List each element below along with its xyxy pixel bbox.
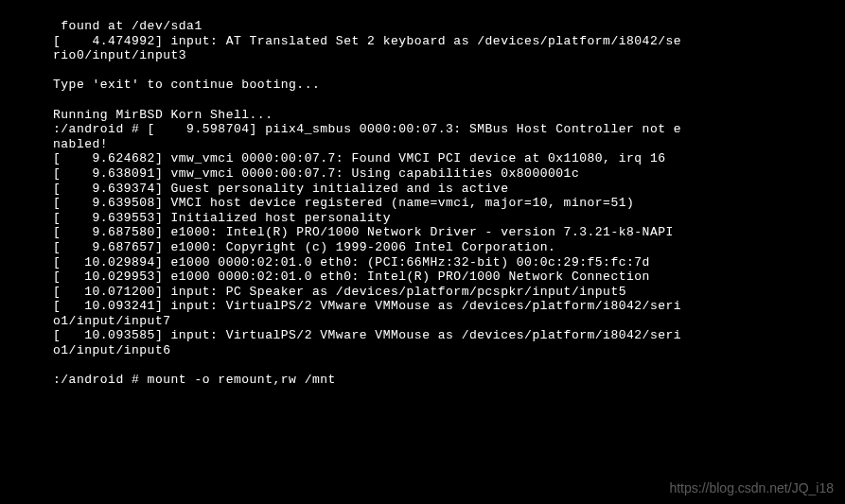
terminal-line: [ 4.474992] input: AT Translated Set 2 k…: [53, 34, 845, 49]
terminal-line: [ 10.029953] e1000 0000:02:01.0 eth0: In…: [53, 269, 845, 285]
terminal-line: [53, 93, 845, 108]
terminal-line: :/android # [ 9.598704] piix4_smbus 0000…: [53, 122, 845, 137]
terminal-line: [ 9.639374] Guest personality initialize…: [53, 182, 845, 197]
terminal-line: [ 9.687657] e1000: Copyright (c) 1999-20…: [53, 240, 845, 255]
terminal-line: [ 9.639553] Initialized host personality: [53, 211, 845, 226]
watermark-text: https://blog.csdn.net/JQ_i18: [669, 480, 834, 496]
terminal-line: o1/input/input6: [53, 343, 845, 358]
terminal-line: [53, 63, 845, 78]
terminal-output[interactable]: found at /dev/sda1[ 4.474992] input: AT …: [0, 0, 845, 388]
terminal-line: :/android # mount -o remount,rw /mnt: [53, 373, 845, 388]
terminal-line: [ 9.687580] e1000: Intel(R) PRO/1000 Net…: [53, 225, 845, 240]
terminal-line: nabled!: [53, 137, 845, 152]
terminal-line: rio0/input/input3: [53, 48, 845, 63]
terminal-line: [ 10.029894] e1000 0000:02:01.0 eth0: (P…: [53, 255, 845, 270]
terminal-line: [ 9.639508] VMCI host device registered …: [53, 196, 845, 211]
terminal-line: [ 9.624682] vmw_vmci 0000:00:07.7: Found…: [53, 151, 845, 166]
terminal-line: Type 'exit' to continue booting...: [53, 78, 845, 93]
terminal-line: [ 10.093585] input: VirtualPS/2 VMware V…: [53, 328, 845, 343]
terminal-line: [ 10.093241] input: VirtualPS/2 VMware V…: [53, 299, 845, 314]
terminal-line: found at /dev/sda1: [53, 19, 845, 34]
terminal-line: [53, 358, 845, 374]
terminal-line: [ 9.638091] vmw_vmci 0000:00:07.7: Using…: [53, 166, 845, 182]
terminal-line: Running MirBSD Korn Shell...: [53, 108, 845, 123]
terminal-line: [ 10.071200] input: PC Speaker as /devic…: [53, 285, 845, 300]
terminal-line: o1/input/input7: [53, 314, 845, 329]
